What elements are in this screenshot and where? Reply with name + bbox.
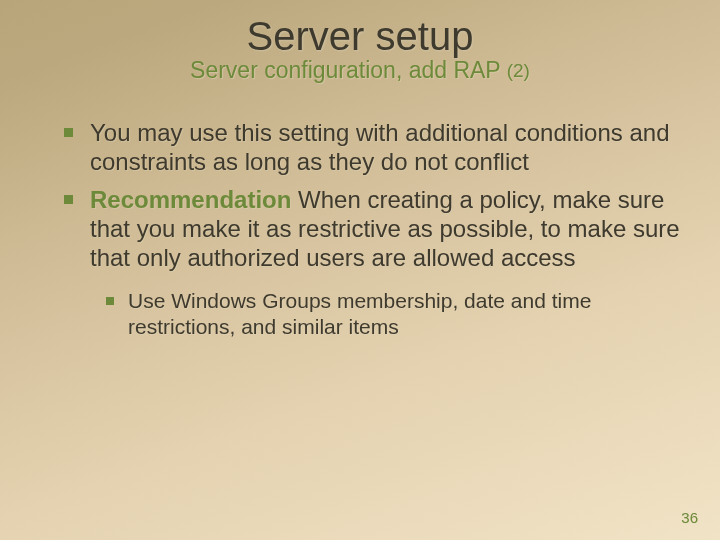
bullet-level1: You may use this setting with additional… xyxy=(60,118,686,177)
subtitle-text: Server configuration, add RAP xyxy=(190,57,507,83)
slide-body: You may use this setting with additional… xyxy=(60,118,686,340)
slide: Server setup Server configuration, add R… xyxy=(0,0,720,540)
slide-title: Server setup xyxy=(0,0,720,59)
bullet-text: You may use this setting with additional… xyxy=(90,119,669,175)
bullet-level2: Use Windows Groups membership, date and … xyxy=(104,288,686,339)
bullet-level1: Recommendation When creating a policy, m… xyxy=(60,185,686,273)
page-number: 36 xyxy=(681,509,698,526)
recommendation-label: Recommendation xyxy=(90,186,291,213)
subtitle-paren: (2) xyxy=(507,60,530,81)
slide-subtitle: Server configuration, add RAP (2) xyxy=(0,57,720,84)
bullet-text: Use Windows Groups membership, date and … xyxy=(128,289,591,338)
